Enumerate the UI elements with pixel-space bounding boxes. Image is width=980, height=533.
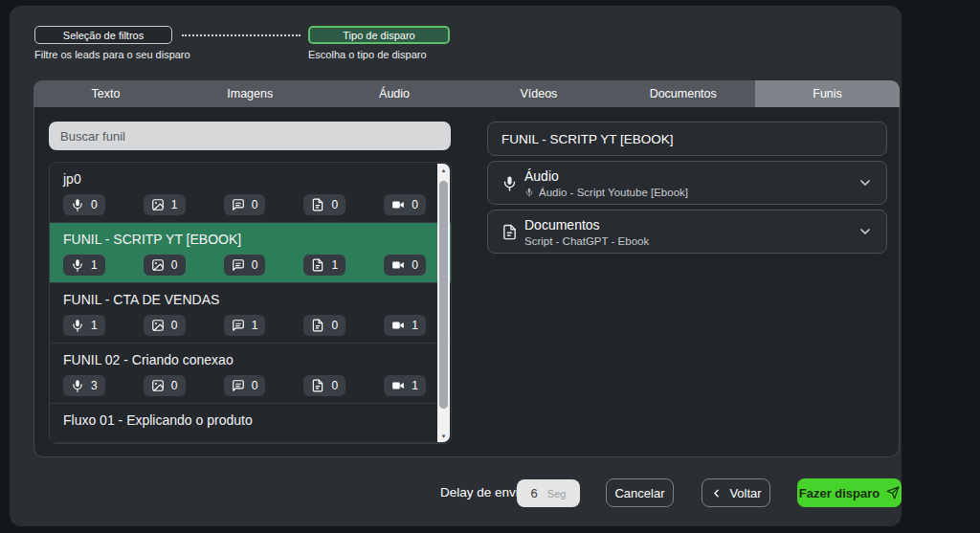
search-funnel-input[interactable] [49, 122, 451, 150]
step-filter-label: Seleção de filtros [63, 30, 144, 41]
media-counts: 1 0 1 0 1 [63, 315, 426, 336]
content-tabbar: Texto Imagens Áudio Vídeos Documentos Fu… [33, 80, 900, 107]
image-count-badge: 1 [144, 194, 186, 215]
delay-input[interactable]: 6 Seg [517, 479, 580, 507]
tab-imagens[interactable]: Imagens [178, 80, 323, 107]
document-count-badge: 0 [303, 315, 345, 336]
message-count: 1 [252, 319, 258, 332]
video-icon [391, 258, 405, 272]
tab-audio[interactable]: Áudio [323, 80, 467, 107]
image-icon [151, 319, 165, 332]
audio-count: 3 [91, 379, 98, 392]
message-count: 0 [252, 379, 258, 392]
chat-icon [232, 258, 245, 272]
document-count: 1 [331, 258, 338, 272]
send-dispatch-button[interactable]: Fazer disparo [797, 478, 902, 507]
audio-count-badge: 0 [63, 194, 105, 215]
document-count: 0 [331, 198, 338, 211]
video-count: 0 [412, 198, 418, 211]
image-count-badge: 0 [144, 315, 186, 336]
video-count: 1 [412, 379, 418, 392]
chat-icon [232, 319, 245, 332]
funnels-card: jp0 0 1 0 0 0 FUNIL - SCRITP YT [EBOOK] … [33, 107, 900, 457]
stepper-connector [182, 34, 301, 36]
file-icon [311, 258, 324, 272]
funnel-name: FUNIL - CTA DE VENDAS [63, 292, 426, 307]
send-icon [886, 486, 900, 500]
tab-documentos[interactable]: Documentos [611, 80, 755, 107]
document-count-badge: 1 [303, 255, 345, 276]
message-count: 0 [252, 198, 258, 211]
cancel-label: Cancelar [614, 486, 664, 500]
video-count-badge: 1 [384, 315, 426, 336]
step-filter-selection-button[interactable]: Seleção de filtros [34, 26, 172, 44]
back-label: Voltar [729, 486, 761, 500]
tab-texto[interactable]: Texto [33, 80, 178, 107]
video-icon [391, 319, 405, 332]
funnel-name: FUNIL - SCRITP YT [EBOOK] [63, 232, 426, 247]
message-count-badge: 0 [224, 375, 266, 396]
tab-videos[interactable]: Vídeos [466, 80, 611, 107]
detail-section-documentos[interactable]: Documentos Script - ChatGPT - Ebook [487, 210, 887, 254]
scrollbar-thumb[interactable] [439, 181, 448, 409]
funnel-item-criando-conexao[interactable]: FUNIL 02 - Criando conexao 3 0 0 0 1 [50, 344, 451, 404]
funnel-name: Fluxo 01 - Explicando o produto [63, 412, 426, 428]
video-count: 1 [412, 319, 418, 332]
chevron-down-icon[interactable] [858, 175, 873, 190]
file-icon [311, 319, 324, 332]
step-filter-caption: Filtre os leads para o seu disparo [34, 49, 190, 60]
message-count-badge: 1 [224, 315, 266, 336]
document-count-badge: 0 [303, 375, 345, 396]
funnel-item-scritp-yt-ebook[interactable]: FUNIL - SCRITP YT [EBOOK] 1 0 0 1 0 [50, 223, 451, 283]
funnel-item-jp0[interactable]: jp0 0 1 0 0 0 [50, 163, 451, 223]
chevron-down-icon[interactable] [858, 224, 873, 239]
section-subtitle: Áudio - Script Youtube [Ebook] [539, 187, 688, 198]
step-type-label: Tipo de disparo [343, 30, 414, 41]
section-subtitle: Script - ChatGPT - Ebook [524, 235, 649, 247]
image-count-badge: 0 [144, 255, 186, 276]
mic-icon [71, 198, 84, 211]
image-count: 0 [171, 258, 178, 272]
video-count-badge: 1 [384, 375, 426, 396]
chat-icon [232, 379, 245, 392]
document-count: 0 [331, 319, 338, 332]
video-icon [391, 198, 405, 211]
section-title: Áudio [524, 168, 858, 184]
main-panel: Seleção de filtros Tipo de disparo Filtr… [10, 6, 902, 526]
send-label: Fazer disparo [799, 486, 880, 500]
chat-icon [232, 198, 245, 211]
media-counts: 3 0 0 0 1 [63, 375, 426, 396]
funnel-detail-panel: FUNIL - SCRITP YT [EBOOK] Áudio Áudio - … [487, 122, 887, 258]
chevron-left-icon [710, 487, 723, 500]
funnel-item-explicando-o-produto[interactable]: Fluxo 01 - Explicando o produto [50, 404, 451, 443]
mic-icon [71, 379, 84, 392]
delay-label: Delay de envio [440, 485, 525, 500]
cancel-button[interactable]: Cancelar [606, 478, 674, 507]
media-counts: 1 0 0 1 0 [63, 255, 426, 276]
audio-count: 1 [91, 258, 98, 272]
funnel-name: FUNIL 02 - Criando conexao [63, 352, 426, 367]
file-icon [501, 224, 524, 240]
image-icon [151, 198, 165, 211]
tab-funis[interactable]: Funis [755, 80, 900, 107]
message-count: 0 [252, 258, 258, 272]
step-type-caption: Escolha o tipo de disparo [308, 49, 427, 60]
audio-count: 1 [91, 319, 98, 332]
mic-icon [71, 319, 84, 332]
file-icon [311, 198, 324, 211]
detail-section-audio[interactable]: Áudio Áudio - Script Youtube [Ebook] [487, 161, 887, 205]
video-count: 0 [412, 258, 418, 272]
scroll-down-button[interactable]: ▼ [437, 430, 450, 442]
funnel-item-cta-de-vendas[interactable]: FUNIL - CTA DE VENDAS 1 0 1 0 1 [50, 283, 451, 344]
scroll-up-button[interactable]: ▲ [437, 164, 450, 176]
audio-count: 0 [91, 198, 98, 211]
back-button[interactable]: Voltar [702, 478, 770, 507]
audio-count-badge: 1 [63, 315, 105, 336]
message-count-badge: 0 [224, 255, 266, 276]
detail-title: FUNIL - SCRITP YT [EBOOK] [487, 122, 887, 156]
image-icon [151, 379, 165, 392]
list-scrollbar[interactable]: ▲ ▼ [437, 164, 450, 442]
media-counts: 0 1 0 0 0 [63, 194, 426, 215]
step-dispatch-type-button[interactable]: Tipo de disparo [308, 26, 450, 44]
delay-unit: Seg [547, 488, 567, 500]
